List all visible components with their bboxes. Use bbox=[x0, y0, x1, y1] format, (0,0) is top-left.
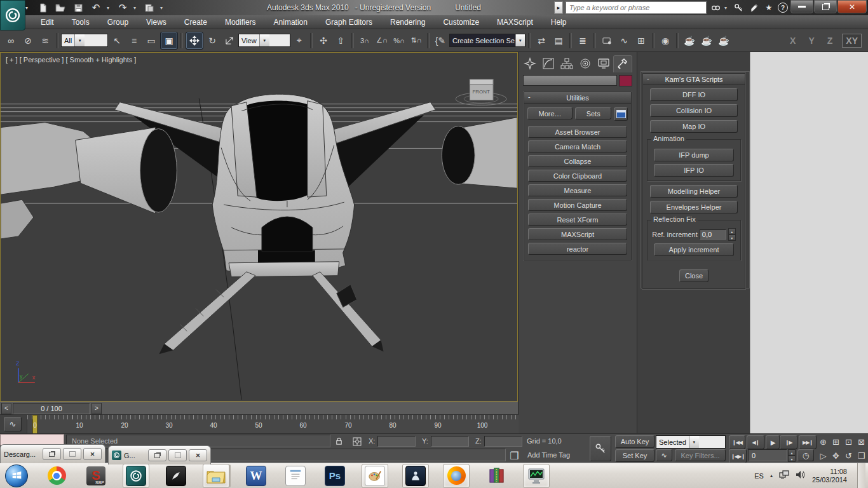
menu-create[interactable]: Create bbox=[175, 15, 216, 29]
select-object-icon[interactable]: ↖ bbox=[109, 32, 125, 49]
asset-browser-button[interactable]: Asset Browser bbox=[528, 126, 627, 138]
reset-xform-button[interactable]: Reset XForm bbox=[528, 214, 627, 226]
undo-dropdown-icon[interactable]: ▾ bbox=[107, 5, 112, 11]
x-coordinate-field[interactable] bbox=[377, 436, 416, 447]
selection-region-icon[interactable]: ▭ bbox=[143, 32, 159, 49]
selection-filter-dropdown[interactable]: All ▾ bbox=[61, 34, 108, 47]
set-key-button[interactable]: Set Key bbox=[615, 449, 654, 462]
camera-match-button[interactable]: Camera Match bbox=[528, 140, 627, 152]
perspective-viewport[interactable]: [ + ] [ Perspective ] [ Smooth + Highlig… bbox=[0, 52, 518, 402]
select-by-name-icon[interactable]: ≡ bbox=[126, 32, 142, 49]
auto-key-button[interactable]: Auto Key bbox=[615, 435, 654, 448]
previous-frame-icon[interactable]: ◀❙ bbox=[747, 435, 764, 449]
time-configuration-icon[interactable]: ◷ bbox=[797, 449, 814, 461]
angle-snap-icon[interactable]: ∠∩ bbox=[374, 32, 390, 49]
axis-z-button[interactable]: Z bbox=[824, 34, 836, 47]
reference-coordinate-dropdown[interactable]: View ▾ bbox=[238, 34, 290, 47]
tab-create-icon[interactable] bbox=[521, 55, 539, 71]
orbit-icon[interactable]: ↺ bbox=[843, 449, 855, 462]
rendered-frame-window-icon[interactable]: ☕ bbox=[698, 32, 715, 49]
axis-x-button[interactable]: X bbox=[787, 34, 799, 47]
spin-up-icon[interactable]: ▴ bbox=[728, 228, 736, 234]
collision-io-button[interactable]: Collision IO bbox=[650, 104, 738, 117]
save-file-icon[interactable] bbox=[71, 2, 85, 13]
edit-named-selection-sets-icon[interactable]: {✎ bbox=[432, 32, 449, 49]
z-coordinate-field[interactable] bbox=[484, 436, 522, 447]
go-to-start-icon[interactable]: ❙◀◀ bbox=[729, 435, 745, 449]
tab-motion-icon[interactable] bbox=[576, 55, 594, 71]
taskbar-resource-monitor-icon[interactable] bbox=[523, 464, 550, 488]
align-icon[interactable]: ▤ bbox=[550, 32, 567, 49]
redo-dropdown-icon[interactable]: ▾ bbox=[133, 5, 139, 11]
play-icon[interactable]: ▶ bbox=[766, 435, 780, 449]
axis-y-button[interactable]: Y bbox=[805, 34, 817, 47]
mini-curve-editor-button[interactable]: ∿ bbox=[4, 417, 22, 431]
curve-editor-icon[interactable]: ∿ bbox=[616, 32, 632, 49]
kams-collapse-icon[interactable]: - bbox=[647, 74, 649, 82]
graphite-tools-icon[interactable] bbox=[599, 32, 615, 49]
time-prev-button[interactable]: < bbox=[1, 403, 11, 414]
measure-button[interactable]: Measure bbox=[528, 184, 627, 196]
coord-caret-icon[interactable]: ▾ bbox=[259, 34, 269, 46]
select-and-rotate-icon[interactable]: ↻ bbox=[204, 32, 220, 49]
frame-spinner[interactable]: ▴ ▾ bbox=[788, 449, 796, 462]
open-file-icon[interactable] bbox=[53, 2, 67, 13]
viewport-label[interactable]: [ + ] [ Perspective ] [ Smooth + Highlig… bbox=[6, 56, 136, 64]
zoom-all-icon[interactable]: ⊞ bbox=[830, 435, 842, 448]
modelling-helper-button[interactable]: Modelling Helper bbox=[650, 185, 738, 198]
new-file-icon[interactable] bbox=[36, 2, 50, 13]
spin-down-icon[interactable]: ▾ bbox=[728, 234, 736, 241]
right-gauntlet-mesh[interactable] bbox=[442, 118, 517, 189]
tab-display-icon[interactable] bbox=[595, 55, 613, 71]
taskbar-photoshop-icon[interactable]: Ps bbox=[322, 464, 348, 487]
project-folder-icon[interactable] bbox=[142, 2, 156, 13]
restore-button[interactable] bbox=[814, 0, 837, 13]
selection-filter-caret-icon[interactable]: ▾ bbox=[74, 34, 85, 46]
axis-xy-button[interactable]: XY bbox=[842, 34, 862, 48]
dff-io-button[interactable]: DFF IO bbox=[650, 88, 738, 101]
taskbar-explorer-icon[interactable] bbox=[203, 464, 229, 488]
tab-hierarchy-icon[interactable] bbox=[558, 55, 576, 71]
subscription-key-icon[interactable] bbox=[732, 2, 745, 13]
render-production-icon[interactable]: ☕ bbox=[715, 32, 732, 49]
search-input[interactable] bbox=[566, 1, 707, 14]
language-indicator[interactable]: ES bbox=[754, 472, 764, 480]
time-slider-grip[interactable]: 0 / 100 bbox=[13, 403, 90, 414]
tab-utilities-icon[interactable] bbox=[613, 55, 632, 72]
undo-icon[interactable]: ↶ bbox=[89, 2, 103, 13]
viewport-canvas[interactable]: FRONT bbox=[1, 53, 517, 401]
frame-spin-down-icon[interactable]: ▾ bbox=[788, 456, 796, 462]
taskbar-darkhorse-icon[interactable] bbox=[163, 464, 189, 487]
selection-set-dropdown[interactable]: Selected ▾ bbox=[656, 435, 726, 449]
menu-views[interactable]: Views bbox=[137, 15, 175, 29]
color-swatch[interactable] bbox=[619, 75, 632, 86]
taskbar-winrar-icon[interactable] bbox=[484, 464, 509, 487]
taskbar-paint-icon[interactable] bbox=[362, 464, 388, 488]
mini-close-icon[interactable]: ✕ bbox=[83, 448, 102, 460]
pan-icon[interactable]: ✥ bbox=[830, 449, 842, 462]
go-to-end-icon[interactable]: ▶▶❙ bbox=[799, 435, 817, 449]
menu-graph-editors[interactable]: Graph Editors bbox=[316, 15, 381, 29]
select-and-link-icon[interactable]: ∞ bbox=[3, 32, 19, 49]
menu-animation[interactable]: Animation bbox=[265, 15, 316, 29]
menu-maxscript[interactable]: MAXScript bbox=[488, 15, 542, 29]
schematic-view-icon[interactable]: ⊞ bbox=[633, 32, 649, 49]
taskbar-3dsmax-icon[interactable] bbox=[123, 464, 149, 488]
kams-close-button[interactable]: Close bbox=[679, 269, 709, 282]
help-icon[interactable]: ? bbox=[778, 3, 788, 13]
menu-rendering[interactable]: Rendering bbox=[381, 15, 434, 29]
absolute-relative-toggle-icon[interactable] bbox=[351, 435, 363, 447]
zoom-icon[interactable]: ⊕ bbox=[817, 435, 829, 448]
select-and-manipulate-icon[interactable]: ✣ bbox=[315, 32, 332, 49]
menu-help[interactable]: Help bbox=[542, 15, 576, 29]
selection-lock-icon[interactable] bbox=[333, 435, 345, 447]
reactor-button[interactable]: reactor bbox=[528, 243, 627, 255]
collapse-icon[interactable]: - bbox=[528, 93, 531, 100]
application-menu-button[interactable] bbox=[0, 0, 25, 30]
menu-modifiers[interactable]: Modifiers bbox=[216, 15, 265, 29]
next-frame-icon[interactable]: ❙▶ bbox=[780, 435, 797, 449]
select-and-scale-icon[interactable] bbox=[221, 32, 238, 49]
color-clipboard-button[interactable]: Color Clipboard bbox=[528, 170, 627, 182]
utilities-rollout-header[interactable]: - Utilities bbox=[524, 92, 631, 104]
key-filters-button[interactable]: Key Filters... bbox=[675, 449, 726, 461]
